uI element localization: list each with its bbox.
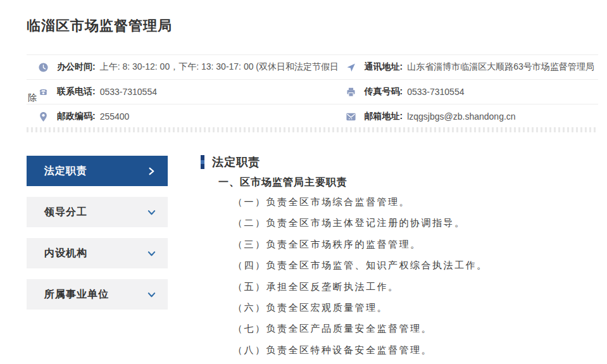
fax-cell: 传真号码: 0533-7310554 (313, 86, 599, 97)
contact-row: 除 联系电话: 0533-7310554 传真号码: 0533-7310554 (27, 79, 598, 104)
duty-item: （六）负责全区宏观质量管理。 (233, 298, 598, 318)
main-content: 法定职责 一、区市场监管局主要职责 （一）负责全区市场综合监督管理。 （二）负责… (201, 154, 598, 361)
content-heading-row: 法定职责 (201, 154, 598, 170)
page-title: 临淄区市场监督管理局 (27, 16, 172, 35)
office-hours-cell: 办公时间: 上午: 8: 30-12: 00，下午: 13: 30-17: 00… (27, 61, 313, 73)
chevron-down-icon (147, 249, 156, 258)
mailing-address-cell: 通讯地址: 山东省淄博市临淄区大顺路63号市场监督管理局 (313, 61, 599, 73)
duty-item: （五）承担全区反垄断执法工作。 (233, 277, 598, 298)
duty-list: （一）负责全区市场综合监督管理。 （二）负责全区市场主体登记注册的协调指导。 （… (233, 192, 598, 361)
phone-label: 联系电话: (57, 86, 96, 97)
sidebar-item-label: 法定职责 (44, 165, 87, 178)
duty-item: （八）负责全区特种设备安全监督管理。 (233, 340, 598, 361)
phone-cell: 除 联系电话: 0533-7310554 (27, 86, 313, 97)
page: { "page": { "title": "临淄区市场监督管理局" }, "co… (0, 0, 607, 364)
email-cell: 邮箱地址: lzqgsjbgs@zb.shandong.cn (313, 111, 599, 122)
clock-icon (38, 62, 49, 73)
phone-value: 0533-7310554 (100, 87, 157, 97)
sidebar-item-label: 内设机构 (44, 247, 87, 260)
map-pin-icon (38, 111, 49, 122)
sidebar-item-statutory-duties[interactable]: 法定职责 (27, 156, 168, 186)
contact-info-block: 办公时间: 上午: 8: 30-12: 00，下午: 13: 30-17: 00… (27, 54, 598, 129)
email-label: 邮箱地址: (365, 111, 403, 122)
postal-code-label: 邮政编码: (57, 111, 96, 122)
sidebar-item-label: 领导分工 (44, 206, 87, 219)
section-title: 一、区市场监管局主要职责 (218, 176, 598, 189)
postal-code-value: 255400 (100, 111, 130, 122)
printer-icon (346, 87, 356, 97)
mailing-address-label: 通讯地址: (365, 61, 403, 73)
sidebar-item-label: 所属事业单位 (44, 288, 109, 301)
sidebar-nav: 法定职责 领导分工 内设机构 所属事业单位 (27, 156, 168, 320)
duty-item: （四）负责全区市场监管、知识产权综合执法工作。 (233, 255, 598, 276)
duty-item: （一）负责全区市场综合监督管理。 (233, 192, 598, 213)
postal-code-cell: 邮政编码: 255400 (27, 111, 313, 122)
wrapped-text-fragment: 除 (28, 92, 37, 104)
nav-arrow-icon (346, 62, 356, 73)
sidebar-item-affiliated-institutions[interactable]: 所属事业单位 (27, 279, 168, 310)
fax-value: 0533-7310554 (407, 87, 464, 97)
sidebar-item-leadership-division[interactable]: 领导分工 (27, 197, 168, 227)
duty-item: （三）负责全区市场秩序的监督管理。 (233, 234, 598, 255)
chevron-down-icon (147, 290, 156, 299)
heading-bar-icon (201, 155, 204, 169)
fax-label: 传真号码: (365, 86, 403, 97)
contact-row: 邮政编码: 255400 邮箱地址: lzqgsjbgs@zb.shandong… (27, 104, 598, 129)
chevron-down-icon (147, 208, 156, 217)
content-heading: 法定职责 (212, 154, 260, 170)
sidebar-item-internal-departments[interactable]: 内设机构 (27, 238, 168, 268)
phone-icon (38, 87, 49, 97)
duty-item: （二）负责全区市场主体登记注册的协调指导。 (233, 213, 598, 234)
office-hours-value: 上午: 8: 30-12: 00，下午: 13: 30-17: 00 (双休日和… (100, 61, 339, 73)
contact-row: 办公时间: 上午: 8: 30-12: 00，下午: 13: 30-17: 00… (27, 54, 598, 79)
dashed-divider (27, 127, 598, 132)
office-hours-label: 办公时间: (57, 61, 96, 73)
chevron-right-icon (147, 166, 156, 176)
email-value: lzqgsjbgs@zb.shandong.cn (407, 111, 515, 122)
envelope-icon (346, 111, 356, 122)
mailing-address-value: 山东省淄博市临淄区大顺路63号市场监督管理局 (407, 61, 594, 73)
duty-item: （七）负责全区产品质量安全监督管理。 (233, 318, 598, 339)
